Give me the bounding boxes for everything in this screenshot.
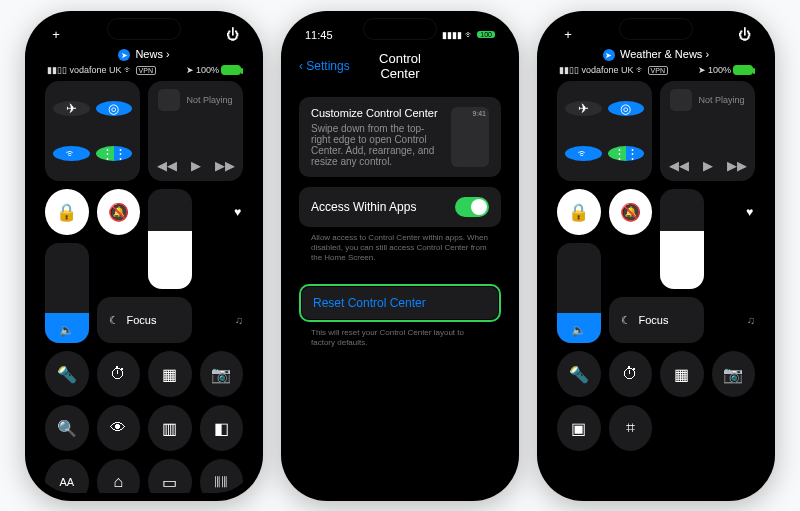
carrier-label: vodafone UK xyxy=(582,65,634,75)
customize-card[interactable]: Customize Control Center Swipe down from… xyxy=(299,97,501,177)
access-label: Access Within Apps xyxy=(311,200,416,214)
reset-label: Reset Control Center xyxy=(313,296,426,310)
status-bar: ▮▮▯▯ vodafone UK ᯤ VPN ➤ 100% xyxy=(545,63,767,81)
focus-tile[interactable]: ☾ Focus xyxy=(609,297,704,343)
back-button[interactable]: ‹ Settings xyxy=(299,59,369,73)
back-label: Settings xyxy=(306,59,349,73)
wifi-icon[interactable]: ᯤ xyxy=(565,146,602,161)
connectivity-tile[interactable]: ✈ ◎ ᯤ ⋮⋮ xyxy=(45,81,140,181)
power-icon[interactable]: ⏻ xyxy=(737,27,751,42)
customize-title: Customize Control Center xyxy=(311,107,441,119)
rotation-lock-button[interactable]: 🔒 xyxy=(557,189,601,235)
speaker-icon: 🔈 xyxy=(59,323,74,337)
flashlight-button[interactable]: 🔦 xyxy=(45,351,89,397)
silent-mode-button[interactable]: 🔕 xyxy=(609,189,653,235)
favorite-heart-icon[interactable]: ♥ xyxy=(712,189,756,235)
shortcut-button[interactable]: ◧ xyxy=(200,405,244,451)
home-button[interactable]: ⌂ xyxy=(97,459,141,493)
breadcrumb[interactable]: ➤ Weather & News › xyxy=(545,42,767,64)
cc-preview-icon: 9:41 xyxy=(451,107,489,167)
sound-recognition-button[interactable]: ⦀⦀ xyxy=(200,459,244,493)
page-title: Control Center xyxy=(369,51,431,81)
access-subtext: Allow access to Control Center within ap… xyxy=(289,229,511,272)
remote-button[interactable]: ▥ xyxy=(148,405,192,451)
rewind-icon[interactable]: ◀◀ xyxy=(157,158,177,173)
favorite-heart-icon[interactable]: ♥ xyxy=(200,189,244,235)
nav-bar: ‹ Settings Control Center xyxy=(289,41,511,91)
vpn-badge: VPN xyxy=(648,66,668,75)
volume-slider[interactable]: 🔈 xyxy=(557,243,601,343)
bluetooth-cellular-icon[interactable]: ⋮⋮ xyxy=(608,146,645,161)
music-note-icon: ♫ xyxy=(712,297,756,343)
customize-body: Swipe down from the top-right edge to op… xyxy=(311,123,441,167)
dynamic-island xyxy=(363,18,437,40)
rewind-icon[interactable]: ◀◀ xyxy=(669,158,689,173)
album-art-placeholder xyxy=(670,89,692,111)
camera-button[interactable]: 📷 xyxy=(200,351,244,397)
breadcrumb-label: Weather & News xyxy=(620,48,702,60)
access-toggle[interactable] xyxy=(455,197,489,217)
signal-icon: ▮▮▯▯ xyxy=(559,65,582,75)
access-within-apps-row: Access Within Apps xyxy=(299,187,501,227)
magnifier-button[interactable]: 🔍 xyxy=(45,405,89,451)
camera-button[interactable]: 📷 xyxy=(712,351,756,397)
settings-control-center-screen: 11:45 ▮▮▮▮ ᯤ 100 ‹ Settings Control Cent… xyxy=(289,19,511,493)
wifi-status-icon: ᯤ xyxy=(636,65,648,75)
bluetooth-cellular-icon[interactable]: ⋮⋮ xyxy=(96,146,133,161)
forward-icon[interactable]: ▶▶ xyxy=(727,158,747,173)
play-icon[interactable]: ▶ xyxy=(703,158,713,173)
chevron-right-icon: › xyxy=(705,48,709,60)
airdrop-icon[interactable]: ◎ xyxy=(608,101,645,116)
rotation-lock-button[interactable]: 🔒 xyxy=(45,189,89,235)
airplane-mode-icon[interactable]: ✈ xyxy=(565,101,602,116)
reset-subtext: This will reset your Control Center layo… xyxy=(289,324,511,357)
flashlight-button[interactable]: 🔦 xyxy=(557,351,601,397)
vision-button[interactable]: 👁 xyxy=(97,405,141,451)
silent-mode-button[interactable]: 🔕 xyxy=(97,189,141,235)
battery-icon xyxy=(221,65,241,75)
focus-label: Focus xyxy=(127,314,157,326)
calculator-button[interactable]: ▦ xyxy=(148,351,192,397)
reset-control-center-button[interactable]: Reset Control Center xyxy=(299,284,501,322)
moon-icon: ☾ xyxy=(109,314,119,327)
location-arrow-icon: ➤ xyxy=(698,65,706,75)
power-icon[interactable]: ⏻ xyxy=(225,27,239,42)
media-tile[interactable]: Not Playing ◀◀ ▶ ▶▶ xyxy=(660,81,755,181)
media-tile[interactable]: Not Playing ◀◀ ▶ ▶▶ xyxy=(148,81,243,181)
brightness-slider[interactable]: ☀ xyxy=(660,189,704,289)
wifi-status-icon: ᯤ xyxy=(124,65,136,75)
battery-icon xyxy=(733,65,753,75)
forward-icon[interactable]: ▶▶ xyxy=(215,158,235,173)
signal-icon: ▮▮▮▮ xyxy=(442,30,462,40)
signal-icon: ▮▮▯▯ xyxy=(47,65,70,75)
breadcrumb-label: News xyxy=(135,48,163,60)
wifi-icon[interactable]: ᯤ xyxy=(53,146,90,161)
airplane-mode-icon[interactable]: ✈ xyxy=(53,101,90,116)
speaker-icon: 🔈 xyxy=(571,323,586,337)
phone-right: + ⏻ ➤ Weather & News › ▮▮▯▯ vodafone UK … xyxy=(537,11,775,501)
status-bar: ▮▮▯▯ vodafone UK ᯤ VPN ➤ 100% xyxy=(33,63,255,81)
timer-button[interactable]: ⏱ xyxy=(97,351,141,397)
volume-slider[interactable]: 🔈 xyxy=(45,243,89,343)
brightness-slider[interactable]: ☀ xyxy=(148,189,192,289)
moon-icon: ☾ xyxy=(621,314,631,327)
text-size-button[interactable]: AA xyxy=(45,459,89,493)
media-status-label: Not Playing xyxy=(186,95,232,105)
preview-time: 9:41 xyxy=(472,110,486,117)
airdrop-icon[interactable]: ◎ xyxy=(96,101,133,116)
connectivity-tile[interactable]: ✈ ◎ ᯤ ⋮⋮ xyxy=(557,81,652,181)
low-power-button[interactable]: ▭ xyxy=(148,459,192,493)
play-icon[interactable]: ▶ xyxy=(191,158,201,173)
wifi-status-icon: ᯤ xyxy=(465,30,474,40)
screen-mirroring-button[interactable]: ▣ xyxy=(557,405,601,451)
calculator-button[interactable]: ▦ xyxy=(660,351,704,397)
add-control-icon[interactable]: + xyxy=(561,27,575,42)
timer-button[interactable]: ⏱ xyxy=(609,351,653,397)
add-control-icon[interactable]: + xyxy=(49,27,63,42)
qr-scan-button[interactable]: ⌗ xyxy=(609,405,653,451)
vpn-badge: VPN xyxy=(136,66,156,75)
phone-left: + ⏻ ➤ News › ▮▮▯▯ vodafone UK ᯤ VPN ➤ 10… xyxy=(25,11,263,501)
focus-tile[interactable]: ☾ Focus xyxy=(97,297,192,343)
sun-icon: ☀ xyxy=(676,269,687,283)
breadcrumb[interactable]: ➤ News › xyxy=(33,42,255,64)
